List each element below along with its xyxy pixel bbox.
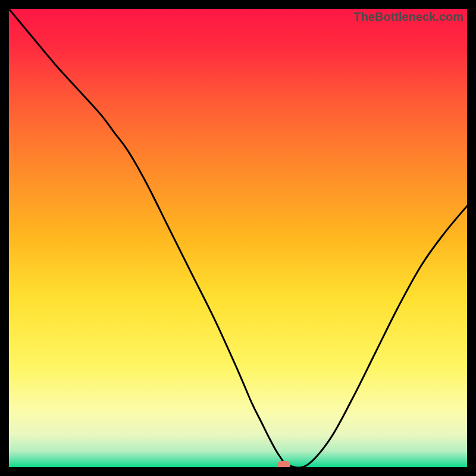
watermark-text: TheBottleneck.com bbox=[354, 10, 464, 24]
plot-area: TheBottleneck.com bbox=[9, 9, 467, 467]
curve-layer bbox=[9, 9, 467, 467]
optimal-marker bbox=[277, 461, 290, 467]
bottleneck-curve bbox=[9, 9, 467, 467]
chart-frame: TheBottleneck.com bbox=[0, 0, 476, 476]
